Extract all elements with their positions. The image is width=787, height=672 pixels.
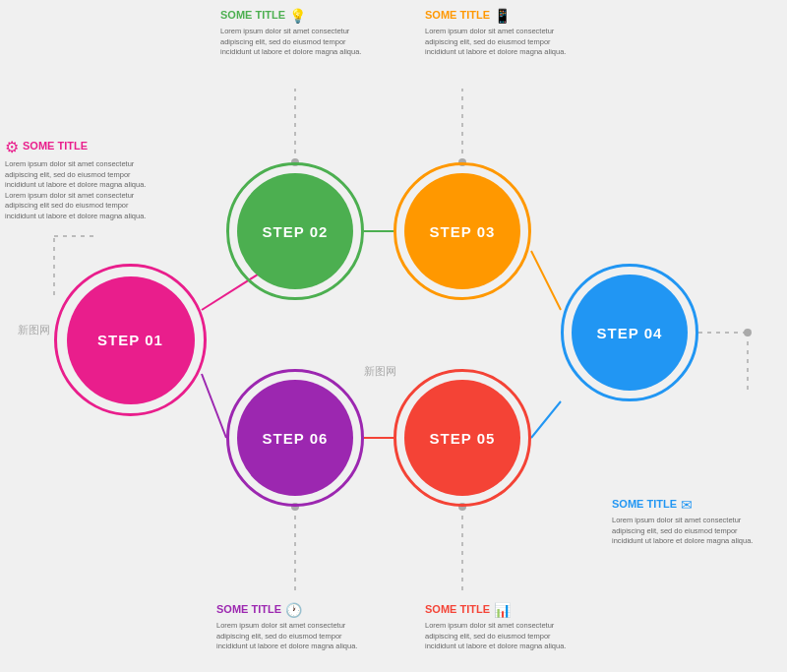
right-text: Lorem ipsum dolor sit amet consectetur a… xyxy=(612,516,764,547)
svg-line-3 xyxy=(531,401,561,438)
watermark-center: 新图网 xyxy=(364,364,396,379)
step02-outer: STEP 02 xyxy=(226,162,364,300)
top-left-title: SOME TITLE xyxy=(23,140,88,152)
bottom-left-text: Lorem ipsum dolor sit amet consectetur a… xyxy=(216,621,369,652)
step06-outer: STEP 06 xyxy=(226,369,364,507)
info-box-bottom-left: SOME TITLE 🕐 Lorem ipsum dolor sit amet … xyxy=(216,602,379,652)
step02-label: STEP 02 xyxy=(263,223,329,240)
step03-circle: STEP 03 xyxy=(404,173,520,289)
bulb-icon: 💡 xyxy=(289,8,306,24)
top-center-text: Lorem ipsum dolor sit amet consectetur a… xyxy=(220,27,373,58)
svg-line-2 xyxy=(531,251,561,310)
bottom-right-text: Lorem ipsum dolor sit amet consectetur a… xyxy=(425,621,577,652)
step02-circle: STEP 02 xyxy=(237,173,353,289)
info-box-top-center: SOME TITLE 💡 Lorem ipsum dolor sit amet … xyxy=(220,8,383,58)
step05-label: STEP 05 xyxy=(430,430,496,447)
infographic: STEP 01 STEP 02 STEP 03 STEP 04 STEP 05 … xyxy=(0,0,787,672)
info-box-bottom-right: SOME TITLE 📊 Lorem ipsum dolor sit amet … xyxy=(425,602,587,652)
step03-label: STEP 03 xyxy=(430,223,496,240)
step06-circle: STEP 06 xyxy=(237,380,353,496)
top-center-title: SOME TITLE xyxy=(220,9,285,21)
step03-outer: STEP 03 xyxy=(394,162,531,300)
svg-line-5 xyxy=(202,374,226,438)
step06-label: STEP 06 xyxy=(263,430,329,447)
info-box-top-right: SOME TITLE 📱 Lorem ipsum dolor sit amet … xyxy=(425,8,587,58)
step05-outer: STEP 05 xyxy=(394,369,531,507)
bottom-left-title: SOME TITLE xyxy=(216,603,281,615)
phone-icon: 📱 xyxy=(494,8,511,24)
clock-icon: 🕐 xyxy=(285,602,302,618)
svg-point-18 xyxy=(744,329,752,336)
step01-outer: STEP 01 xyxy=(54,264,207,416)
right-title: SOME TITLE xyxy=(612,498,677,510)
top-right-title: SOME TITLE xyxy=(425,9,490,21)
top-right-text: Lorem ipsum dolor sit amet consectetur a… xyxy=(425,27,577,58)
gear-icon: ⚙ xyxy=(5,138,19,156)
top-left-text: Lorem ipsum dolor sit amet consectetur a… xyxy=(5,159,157,221)
watermark-left: 新图网 xyxy=(18,323,50,337)
step04-label: STEP 04 xyxy=(597,325,663,341)
step05-circle: STEP 05 xyxy=(404,380,520,496)
bottom-right-title: SOME TITLE xyxy=(425,603,490,615)
step01-label: STEP 01 xyxy=(97,332,163,348)
info-box-right: SOME TITLE ✉ Lorem ipsum dolor sit amet … xyxy=(612,497,774,547)
chart-icon: 📊 xyxy=(494,602,511,618)
step04-outer: STEP 04 xyxy=(561,264,698,401)
step04-circle: STEP 04 xyxy=(572,275,688,391)
info-box-top-left: ⚙ SOME TITLE Lorem ipsum dolor sit amet … xyxy=(5,138,172,221)
email-icon: ✉ xyxy=(681,497,693,513)
step01-circle: STEP 01 xyxy=(67,276,195,404)
